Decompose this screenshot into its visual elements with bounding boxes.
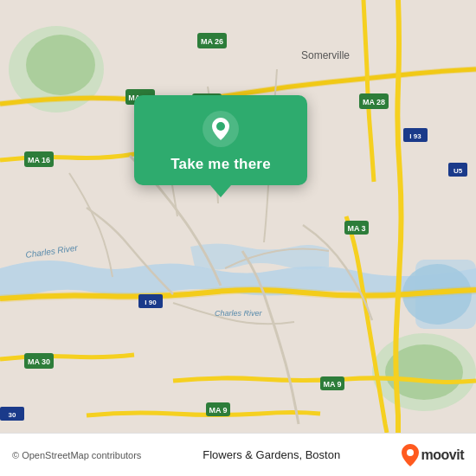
moovit-logo: moovit <box>402 444 464 466</box>
svg-point-37 <box>216 122 225 131</box>
svg-text:MA 30: MA 30 <box>28 357 50 366</box>
copyright-text: © OpenStreetMap contributors <box>12 450 142 460</box>
map-background: MA 2A MA 26 MA 16 I 90 I 93 U5 MA 28 MA … <box>0 0 476 433</box>
location-pin-icon <box>203 111 239 147</box>
svg-text:MA 16: MA 16 <box>28 156 50 164</box>
svg-text:I 93: I 93 <box>409 132 421 140</box>
popup-card[interactable]: Take me there <box>134 95 307 185</box>
take-me-there-button[interactable]: Take me there <box>170 156 271 173</box>
svg-text:MA 3: MA 3 <box>347 224 365 233</box>
svg-text:Somerville: Somerville <box>301 49 350 61</box>
bottom-bar: © OpenStreetMap contributors Flowers & G… <box>0 433 476 476</box>
svg-text:MA 9: MA 9 <box>209 406 227 415</box>
svg-text:MA 9: MA 9 <box>323 380 341 389</box>
moovit-brand-text: moovit <box>421 447 464 463</box>
svg-text:MA 26: MA 26 <box>201 37 223 46</box>
moovit-pin-icon <box>402 444 419 466</box>
svg-text:Charles River: Charles River <box>215 309 263 318</box>
svg-text:U5: U5 <box>453 167 463 175</box>
svg-point-2 <box>26 35 95 95</box>
svg-text:30: 30 <box>9 411 16 419</box>
map-container: MA 2A MA 26 MA 16 I 90 I 93 U5 MA 28 MA … <box>0 0 476 433</box>
svg-text:MA 28: MA 28 <box>363 98 385 106</box>
svg-point-38 <box>407 449 414 456</box>
location-name: Flowers & Gardens, Boston <box>142 448 402 461</box>
svg-text:I 90: I 90 <box>145 299 157 306</box>
